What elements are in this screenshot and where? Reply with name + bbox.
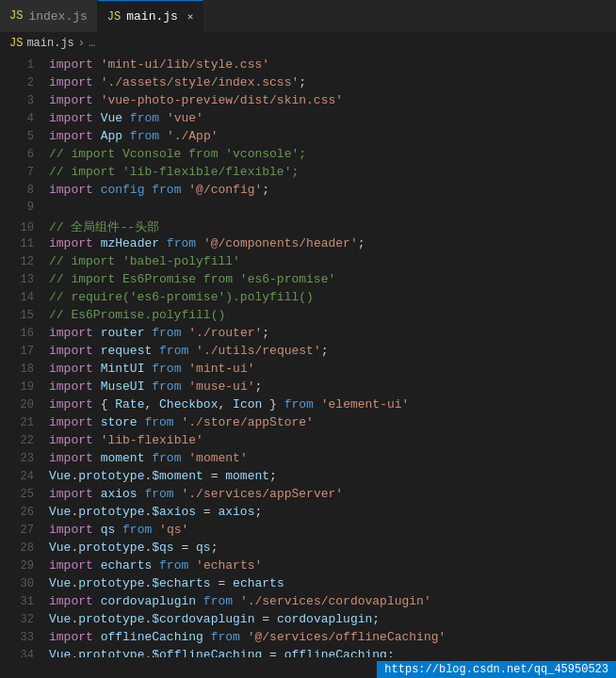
token: '@/components/header' xyxy=(203,236,358,250)
tab-icon-main: JS xyxy=(107,10,121,24)
line-number: 34 xyxy=(8,649,34,657)
token xyxy=(196,594,203,608)
token: cordovaplugin xyxy=(277,612,372,626)
token: request xyxy=(101,344,153,358)
token xyxy=(93,558,101,573)
token: 'lib-flexible' xyxy=(101,433,203,447)
code-line: 16import router from './router'; xyxy=(0,326,616,344)
line-number: 5 xyxy=(8,130,34,143)
line-number: 6 xyxy=(8,148,34,161)
token: { xyxy=(101,397,116,412)
token: import xyxy=(49,93,93,107)
code-line: 23import moment from 'moment' xyxy=(0,451,616,469)
token: Icon xyxy=(233,397,262,412)
token: 'vue-photo-preview/dist/skin.css' xyxy=(101,93,343,107)
token: $echarts xyxy=(152,576,210,590)
token: = xyxy=(262,648,284,657)
token: import xyxy=(49,236,93,250)
line-content: // import 'babel-polyfill' xyxy=(49,254,240,268)
line-content: import config from '@/config'; xyxy=(49,183,269,197)
line-content: import qs from 'qs' xyxy=(49,523,188,537)
token: qs xyxy=(196,541,211,555)
token: ; xyxy=(372,612,380,626)
token: '@/services/offlineCaching' xyxy=(248,630,446,644)
token: import xyxy=(49,433,93,447)
token: $axios xyxy=(152,505,196,519)
tab-index-js[interactable]: JS index.js xyxy=(0,0,98,32)
line-content: import { Rate, Checkbox, Icon } from 'el… xyxy=(49,397,409,412)
token: 'echarts' xyxy=(196,558,262,573)
close-icon[interactable]: ✕ xyxy=(187,10,194,23)
line-number: 18 xyxy=(8,363,34,376)
line-content: import MuseUI from 'muse-ui'; xyxy=(49,379,262,394)
token: prototype xyxy=(78,469,144,483)
line-number: 33 xyxy=(8,631,34,644)
token: 'mint-ui/lib/style.css' xyxy=(101,57,269,72)
token: = xyxy=(196,505,218,519)
line-number: 17 xyxy=(8,345,34,358)
editor-container: JS index.js JS main.js ✕ JS main.js › … … xyxy=(0,0,616,657)
token: from xyxy=(159,558,188,573)
token xyxy=(93,630,101,644)
token xyxy=(93,397,101,412)
token: Checkbox xyxy=(159,397,218,412)
token xyxy=(93,487,101,501)
line-content: // import Vconsole from 'vconsole'; xyxy=(49,147,306,161)
token: // import 'babel-polyfill' xyxy=(49,254,240,268)
token xyxy=(233,594,240,608)
token: ; xyxy=(254,505,262,519)
token: config xyxy=(101,183,145,197)
code-line: 30Vue.prototype.$echarts = echarts xyxy=(0,576,616,594)
token: import xyxy=(49,523,93,537)
line-content: Vue.prototype.$qs = qs; xyxy=(49,541,218,555)
token: '@/config' xyxy=(188,183,262,197)
line-number: 23 xyxy=(8,452,34,465)
token xyxy=(93,362,101,376)
line-content: import Vue from 'vue' xyxy=(49,111,203,125)
token: import xyxy=(49,362,93,376)
token: $moment xyxy=(152,469,203,483)
token: Vue xyxy=(49,505,71,519)
token: ; xyxy=(387,648,395,657)
token: from xyxy=(152,326,181,340)
token: from xyxy=(144,487,173,501)
token: prototype xyxy=(78,541,144,555)
token: router xyxy=(101,326,145,340)
token: import xyxy=(49,75,93,89)
breadcrumb-more: … xyxy=(89,37,95,50)
token: from xyxy=(203,594,233,608)
tab-main-js[interactable]: JS main.js ✕ xyxy=(98,0,204,32)
line-number: 14 xyxy=(8,291,34,304)
token: axios xyxy=(101,487,138,501)
token xyxy=(196,236,203,250)
line-content: import 'mint-ui/lib/style.css' xyxy=(49,57,269,72)
line-content: import store from './store/appStore' xyxy=(49,415,314,429)
line-content: Vue.prototype.$axios = axios; xyxy=(49,505,262,519)
token xyxy=(188,558,196,573)
token: = xyxy=(203,469,225,483)
line-number: 24 xyxy=(8,470,34,483)
code-line: 21import store from './store/appStore' xyxy=(0,415,616,433)
line-content: import router from './router'; xyxy=(49,326,269,340)
token: MintUI xyxy=(101,362,145,376)
token: import xyxy=(49,183,93,197)
token: Vue xyxy=(49,612,71,626)
token: moment xyxy=(101,451,145,465)
token: cordovaplugin xyxy=(101,594,196,608)
token: // import Vconsole from 'vconsole'; xyxy=(49,147,306,161)
line-content: import offlineCaching from '@/services/o… xyxy=(49,630,446,644)
token: import xyxy=(49,487,93,501)
token: = xyxy=(254,612,276,626)
token xyxy=(188,344,196,358)
line-content: // import Es6Promise from 'es6-promise' xyxy=(49,272,335,286)
token xyxy=(93,129,101,143)
breadcrumb: JS main.js › … xyxy=(0,33,616,54)
token xyxy=(93,451,101,465)
line-number: 7 xyxy=(8,166,34,179)
code-line: 20import { Rate, Checkbox, Icon } from '… xyxy=(0,397,616,415)
code-line: 18import MintUI from 'mint-ui' xyxy=(0,362,616,379)
line-content: // 全局组件--头部 xyxy=(49,218,159,235)
token: './router' xyxy=(188,326,262,340)
code-line: 9 xyxy=(0,201,616,218)
token: './App' xyxy=(167,129,219,143)
